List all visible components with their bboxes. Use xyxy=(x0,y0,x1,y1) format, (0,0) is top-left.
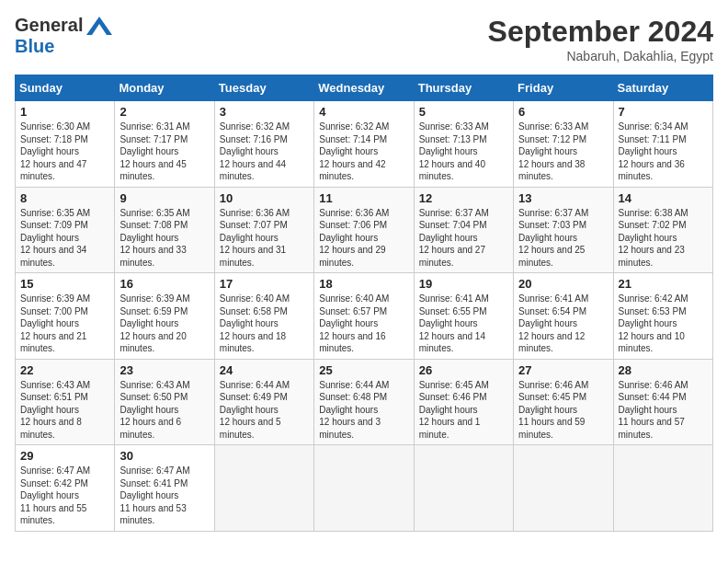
calendar-table: SundayMondayTuesdayWednesdayThursdayFrid… xyxy=(15,75,713,532)
day-number: 17 xyxy=(220,277,309,291)
calendar-cell xyxy=(613,445,712,532)
day-info: Sunrise: 6:43 AM Sunset: 6:50 PM Dayligh… xyxy=(119,379,209,442)
calendar-cell: 16 Sunrise: 6:39 AM Sunset: 6:59 PM Dayl… xyxy=(115,273,214,360)
calendar-cell: 24 Sunrise: 6:44 AM Sunset: 6:49 PM Dayl… xyxy=(214,359,313,445)
title-area: September 2024 Nabaruh, Dakahlia, Egypt xyxy=(488,15,713,63)
day-info: Sunrise: 6:40 AM Sunset: 6:57 PM Dayligh… xyxy=(319,293,408,355)
calendar-cell: 23 Sunrise: 6:43 AM Sunset: 6:50 PM Dayl… xyxy=(115,359,214,445)
day-info: Sunrise: 6:41 AM Sunset: 6:54 PM Dayligh… xyxy=(518,293,608,355)
day-info: Sunrise: 6:35 AM Sunset: 7:09 PM Dayligh… xyxy=(20,207,109,270)
calendar-cell: 12 Sunrise: 6:37 AM Sunset: 7:04 PM Dayl… xyxy=(414,187,513,273)
calendar-cell: 13 Sunrise: 6:37 AM Sunset: 7:03 PM Dayl… xyxy=(514,187,613,273)
day-number: 28 xyxy=(619,363,708,377)
calendar-cell: 20 Sunrise: 6:41 AM Sunset: 6:54 PM Dayl… xyxy=(514,273,613,360)
day-info: Sunrise: 6:31 AM Sunset: 7:17 PM Dayligh… xyxy=(119,121,209,183)
day-info: Sunrise: 6:43 AM Sunset: 6:51 PM Dayligh… xyxy=(20,379,109,442)
page-header: General Blue September 2024 Nabaruh, Dak… xyxy=(15,15,713,63)
day-info: Sunrise: 6:39 AM Sunset: 6:59 PM Dayligh… xyxy=(119,293,209,355)
calendar-cell: 15 Sunrise: 6:39 AM Sunset: 7:00 PM Dayl… xyxy=(16,273,115,360)
col-header-tuesday: Tuesday xyxy=(214,75,313,101)
calendar-cell: 26 Sunrise: 6:45 AM Sunset: 6:46 PM Dayl… xyxy=(414,359,513,445)
day-number: 4 xyxy=(319,105,408,119)
day-info: Sunrise: 6:35 AM Sunset: 7:08 PM Dayligh… xyxy=(119,207,209,270)
day-info: Sunrise: 6:30 AM Sunset: 7:18 PM Dayligh… xyxy=(20,121,109,183)
location-subtitle: Nabaruh, Dakahlia, Egypt xyxy=(488,49,713,63)
day-number: 7 xyxy=(619,105,708,119)
calendar-week-row: 15 Sunrise: 6:39 AM Sunset: 7:00 PM Dayl… xyxy=(16,273,713,360)
day-number: 12 xyxy=(419,191,508,205)
calendar-cell: 14 Sunrise: 6:38 AM Sunset: 7:02 PM Dayl… xyxy=(613,187,712,273)
logo: General Blue xyxy=(15,15,112,57)
calendar-cell: 5 Sunrise: 6:33 AM Sunset: 7:13 PM Dayli… xyxy=(414,101,513,188)
day-number: 1 xyxy=(20,105,109,119)
col-header-monday: Monday xyxy=(115,75,214,101)
day-number: 27 xyxy=(518,363,608,377)
logo-general-text: General xyxy=(15,15,83,36)
calendar-cell: 2 Sunrise: 6:31 AM Sunset: 7:17 PM Dayli… xyxy=(115,101,214,188)
col-header-saturday: Saturday xyxy=(613,75,712,101)
day-number: 16 xyxy=(119,277,209,291)
day-number: 15 xyxy=(20,277,109,291)
col-header-friday: Friday xyxy=(514,75,613,101)
day-info: Sunrise: 6:33 AM Sunset: 7:13 PM Dayligh… xyxy=(419,121,508,183)
calendar-cell: 7 Sunrise: 6:34 AM Sunset: 7:11 PM Dayli… xyxy=(613,101,712,188)
month-title: September 2024 xyxy=(488,15,713,49)
calendar-week-row: 1 Sunrise: 6:30 AM Sunset: 7:18 PM Dayli… xyxy=(16,101,713,188)
calendar-week-row: 29 Sunrise: 6:47 AM Sunset: 6:42 PM Dayl… xyxy=(16,445,713,532)
calendar-cell: 28 Sunrise: 6:46 AM Sunset: 6:44 PM Dayl… xyxy=(613,359,712,445)
calendar-week-row: 22 Sunrise: 6:43 AM Sunset: 6:51 PM Dayl… xyxy=(16,359,713,445)
day-info: Sunrise: 6:45 AM Sunset: 6:46 PM Dayligh… xyxy=(419,379,508,442)
calendar-cell: 8 Sunrise: 6:35 AM Sunset: 7:09 PM Dayli… xyxy=(16,187,115,273)
day-number: 19 xyxy=(419,277,508,291)
logo-blue-text: Blue xyxy=(15,36,54,57)
day-info: Sunrise: 6:32 AM Sunset: 7:16 PM Dayligh… xyxy=(220,121,309,183)
day-number: 9 xyxy=(119,191,209,205)
calendar-cell: 4 Sunrise: 6:32 AM Sunset: 7:14 PM Dayli… xyxy=(314,101,414,188)
day-info: Sunrise: 6:44 AM Sunset: 6:49 PM Dayligh… xyxy=(220,379,309,442)
calendar-cell: 17 Sunrise: 6:40 AM Sunset: 6:58 PM Dayl… xyxy=(214,273,313,360)
calendar-cell: 6 Sunrise: 6:33 AM Sunset: 7:12 PM Dayli… xyxy=(514,101,613,188)
calendar-cell: 29 Sunrise: 6:47 AM Sunset: 6:42 PM Dayl… xyxy=(16,445,115,532)
day-info: Sunrise: 6:42 AM Sunset: 6:53 PM Dayligh… xyxy=(619,293,708,355)
day-info: Sunrise: 6:47 AM Sunset: 6:41 PM Dayligh… xyxy=(119,465,209,527)
calendar-cell: 9 Sunrise: 6:35 AM Sunset: 7:08 PM Dayli… xyxy=(115,187,214,273)
calendar-cell: 27 Sunrise: 6:46 AM Sunset: 6:45 PM Dayl… xyxy=(514,359,613,445)
day-info: Sunrise: 6:37 AM Sunset: 7:03 PM Dayligh… xyxy=(518,207,608,270)
calendar-header-row: SundayMondayTuesdayWednesdayThursdayFrid… xyxy=(16,75,713,101)
col-header-wednesday: Wednesday xyxy=(314,75,414,101)
calendar-cell: 11 Sunrise: 6:36 AM Sunset: 7:06 PM Dayl… xyxy=(314,187,414,273)
day-number: 23 xyxy=(119,363,209,377)
col-header-thursday: Thursday xyxy=(414,75,513,101)
calendar-cell xyxy=(214,445,313,532)
day-number: 21 xyxy=(619,277,708,291)
calendar-cell: 22 Sunrise: 6:43 AM Sunset: 6:51 PM Dayl… xyxy=(16,359,115,445)
day-number: 13 xyxy=(518,191,608,205)
calendar-cell: 18 Sunrise: 6:40 AM Sunset: 6:57 PM Dayl… xyxy=(314,273,414,360)
day-number: 3 xyxy=(220,105,309,119)
day-number: 22 xyxy=(20,363,109,377)
day-info: Sunrise: 6:41 AM Sunset: 6:55 PM Dayligh… xyxy=(419,293,508,355)
day-number: 5 xyxy=(419,105,508,119)
calendar-cell: 10 Sunrise: 6:36 AM Sunset: 7:07 PM Dayl… xyxy=(214,187,313,273)
day-info: Sunrise: 6:34 AM Sunset: 7:11 PM Dayligh… xyxy=(619,121,708,183)
day-number: 14 xyxy=(619,191,708,205)
day-number: 29 xyxy=(20,449,109,463)
calendar-cell: 21 Sunrise: 6:42 AM Sunset: 6:53 PM Dayl… xyxy=(613,273,712,360)
day-number: 11 xyxy=(319,191,408,205)
day-info: Sunrise: 6:38 AM Sunset: 7:02 PM Dayligh… xyxy=(619,207,708,270)
day-number: 18 xyxy=(319,277,408,291)
calendar-cell xyxy=(514,445,613,532)
day-info: Sunrise: 6:44 AM Sunset: 6:48 PM Dayligh… xyxy=(319,379,408,442)
logo-icon xyxy=(86,17,112,35)
calendar-cell xyxy=(414,445,513,532)
day-number: 25 xyxy=(319,363,408,377)
calendar-cell: 1 Sunrise: 6:30 AM Sunset: 7:18 PM Dayli… xyxy=(16,101,115,188)
day-number: 30 xyxy=(119,449,209,463)
day-info: Sunrise: 6:40 AM Sunset: 6:58 PM Dayligh… xyxy=(220,293,309,355)
day-number: 20 xyxy=(518,277,608,291)
calendar-week-row: 8 Sunrise: 6:35 AM Sunset: 7:09 PM Dayli… xyxy=(16,187,713,273)
day-info: Sunrise: 6:36 AM Sunset: 7:06 PM Dayligh… xyxy=(319,207,408,270)
day-info: Sunrise: 6:37 AM Sunset: 7:04 PM Dayligh… xyxy=(419,207,508,270)
col-header-sunday: Sunday xyxy=(16,75,115,101)
day-info: Sunrise: 6:39 AM Sunset: 7:00 PM Dayligh… xyxy=(20,293,109,355)
